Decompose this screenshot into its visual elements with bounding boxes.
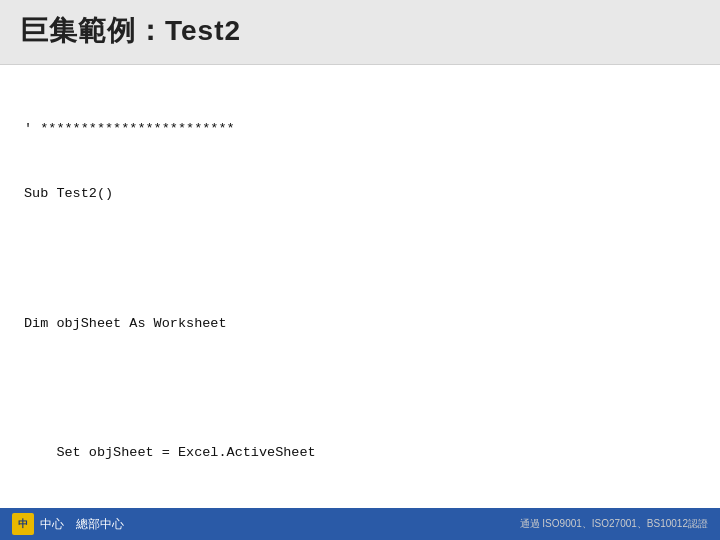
logo-text: 中 — [18, 517, 28, 531]
code-blank2 — [24, 377, 696, 399]
code-block: ' ************************ Sub Test2() D… — [24, 75, 696, 508]
code-set-sheet: Set objSheet = Excel.ActiveSheet — [24, 442, 696, 464]
bottom-logo: 中 — [12, 513, 34, 535]
code-blank1 — [24, 248, 696, 270]
bottom-label: 中心 總部中心 — [40, 516, 124, 533]
code-comment: ' ************************ — [24, 118, 696, 140]
bottom-iso-text: 通過 ISO9001、ISO27001、BS10012認證 — [520, 517, 708, 531]
code-dim-sheet: Dim objSheet As Worksheet — [24, 313, 696, 335]
code-sub-declaration: Sub Test2() — [24, 183, 696, 205]
bottom-bar: 中 中心 總部中心 通過 ISO9001、ISO27001、BS10012認證 — [0, 508, 720, 540]
page-container: 巨集範例：Test2 ' ************************ Su… — [0, 0, 720, 540]
bottom-left: 中 中心 總部中心 — [12, 513, 124, 535]
title-bar: 巨集範例：Test2 — [0, 0, 720, 65]
content-area: ' ************************ Sub Test2() D… — [0, 65, 720, 508]
page-title: 巨集範例：Test2 — [20, 15, 241, 46]
